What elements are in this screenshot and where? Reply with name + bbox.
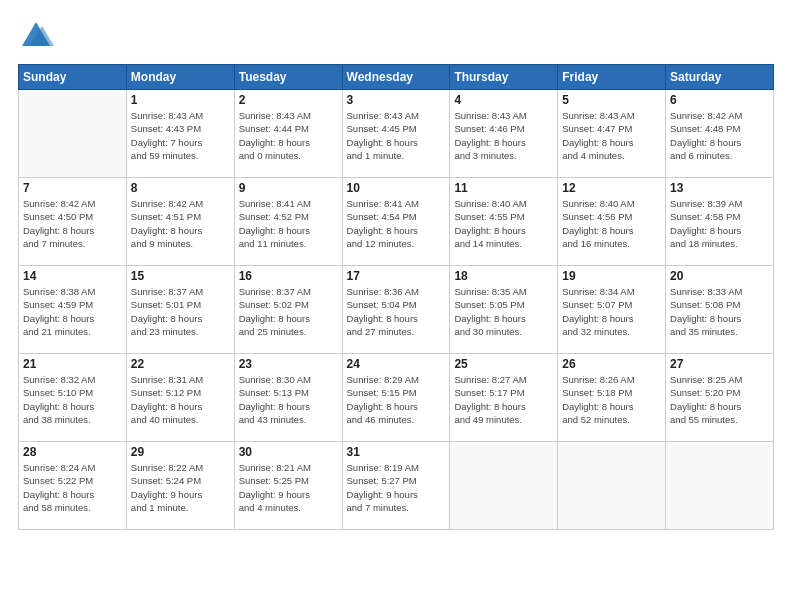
calendar-cell [450, 442, 558, 530]
calendar-cell [666, 442, 774, 530]
day-number: 10 [347, 181, 446, 195]
day-number: 27 [670, 357, 769, 371]
calendar-cell: 20Sunrise: 8:33 AM Sunset: 5:08 PM Dayli… [666, 266, 774, 354]
day-info: Sunrise: 8:36 AM Sunset: 5:04 PM Dayligh… [347, 285, 446, 338]
day-info: Sunrise: 8:41 AM Sunset: 4:52 PM Dayligh… [239, 197, 338, 250]
day-info: Sunrise: 8:27 AM Sunset: 5:17 PM Dayligh… [454, 373, 553, 426]
calendar-table: SundayMondayTuesdayWednesdayThursdayFrid… [18, 64, 774, 530]
calendar-cell: 18Sunrise: 8:35 AM Sunset: 5:05 PM Dayli… [450, 266, 558, 354]
day-info: Sunrise: 8:40 AM Sunset: 4:56 PM Dayligh… [562, 197, 661, 250]
calendar-cell: 29Sunrise: 8:22 AM Sunset: 5:24 PM Dayli… [126, 442, 234, 530]
day-number: 23 [239, 357, 338, 371]
day-info: Sunrise: 8:34 AM Sunset: 5:07 PM Dayligh… [562, 285, 661, 338]
logo-icon [18, 18, 54, 54]
day-info: Sunrise: 8:30 AM Sunset: 5:13 PM Dayligh… [239, 373, 338, 426]
day-number: 20 [670, 269, 769, 283]
header-day-saturday: Saturday [666, 65, 774, 90]
day-number: 22 [131, 357, 230, 371]
day-info: Sunrise: 8:22 AM Sunset: 5:24 PM Dayligh… [131, 461, 230, 514]
day-number: 2 [239, 93, 338, 107]
day-info: Sunrise: 8:29 AM Sunset: 5:15 PM Dayligh… [347, 373, 446, 426]
calendar-cell: 9Sunrise: 8:41 AM Sunset: 4:52 PM Daylig… [234, 178, 342, 266]
day-info: Sunrise: 8:21 AM Sunset: 5:25 PM Dayligh… [239, 461, 338, 514]
calendar-cell: 8Sunrise: 8:42 AM Sunset: 4:51 PM Daylig… [126, 178, 234, 266]
day-info: Sunrise: 8:43 AM Sunset: 4:44 PM Dayligh… [239, 109, 338, 162]
calendar-header: SundayMondayTuesdayWednesdayThursdayFrid… [19, 65, 774, 90]
calendar-cell: 10Sunrise: 8:41 AM Sunset: 4:54 PM Dayli… [342, 178, 450, 266]
header [18, 18, 774, 54]
day-number: 29 [131, 445, 230, 459]
calendar-cell: 26Sunrise: 8:26 AM Sunset: 5:18 PM Dayli… [558, 354, 666, 442]
calendar-cell: 14Sunrise: 8:38 AM Sunset: 4:59 PM Dayli… [19, 266, 127, 354]
calendar-cell: 23Sunrise: 8:30 AM Sunset: 5:13 PM Dayli… [234, 354, 342, 442]
day-info: Sunrise: 8:24 AM Sunset: 5:22 PM Dayligh… [23, 461, 122, 514]
day-info: Sunrise: 8:37 AM Sunset: 5:02 PM Dayligh… [239, 285, 338, 338]
calendar-cell: 7Sunrise: 8:42 AM Sunset: 4:50 PM Daylig… [19, 178, 127, 266]
day-number: 31 [347, 445, 446, 459]
calendar-cell: 13Sunrise: 8:39 AM Sunset: 4:58 PM Dayli… [666, 178, 774, 266]
calendar-cell: 1Sunrise: 8:43 AM Sunset: 4:43 PM Daylig… [126, 90, 234, 178]
day-number: 16 [239, 269, 338, 283]
week-row-2: 14Sunrise: 8:38 AM Sunset: 4:59 PM Dayli… [19, 266, 774, 354]
day-number: 28 [23, 445, 122, 459]
day-number: 11 [454, 181, 553, 195]
day-number: 7 [23, 181, 122, 195]
calendar-cell: 11Sunrise: 8:40 AM Sunset: 4:55 PM Dayli… [450, 178, 558, 266]
day-number: 12 [562, 181, 661, 195]
day-info: Sunrise: 8:25 AM Sunset: 5:20 PM Dayligh… [670, 373, 769, 426]
day-number: 24 [347, 357, 446, 371]
week-row-3: 21Sunrise: 8:32 AM Sunset: 5:10 PM Dayli… [19, 354, 774, 442]
calendar-cell: 12Sunrise: 8:40 AM Sunset: 4:56 PM Dayli… [558, 178, 666, 266]
day-number: 25 [454, 357, 553, 371]
calendar-cell: 4Sunrise: 8:43 AM Sunset: 4:46 PM Daylig… [450, 90, 558, 178]
day-info: Sunrise: 8:43 AM Sunset: 4:43 PM Dayligh… [131, 109, 230, 162]
calendar-cell: 25Sunrise: 8:27 AM Sunset: 5:17 PM Dayli… [450, 354, 558, 442]
day-info: Sunrise: 8:31 AM Sunset: 5:12 PM Dayligh… [131, 373, 230, 426]
calendar-cell [558, 442, 666, 530]
calendar-cell: 17Sunrise: 8:36 AM Sunset: 5:04 PM Dayli… [342, 266, 450, 354]
day-info: Sunrise: 8:43 AM Sunset: 4:47 PM Dayligh… [562, 109, 661, 162]
day-info: Sunrise: 8:26 AM Sunset: 5:18 PM Dayligh… [562, 373, 661, 426]
logo [18, 18, 58, 54]
calendar-cell: 15Sunrise: 8:37 AM Sunset: 5:01 PM Dayli… [126, 266, 234, 354]
day-info: Sunrise: 8:42 AM Sunset: 4:51 PM Dayligh… [131, 197, 230, 250]
calendar-cell: 21Sunrise: 8:32 AM Sunset: 5:10 PM Dayli… [19, 354, 127, 442]
header-day-tuesday: Tuesday [234, 65, 342, 90]
header-row: SundayMondayTuesdayWednesdayThursdayFrid… [19, 65, 774, 90]
day-number: 8 [131, 181, 230, 195]
day-number: 21 [23, 357, 122, 371]
day-number: 18 [454, 269, 553, 283]
calendar-cell: 6Sunrise: 8:42 AM Sunset: 4:48 PM Daylig… [666, 90, 774, 178]
calendar-cell: 16Sunrise: 8:37 AM Sunset: 5:02 PM Dayli… [234, 266, 342, 354]
day-number: 4 [454, 93, 553, 107]
day-number: 9 [239, 181, 338, 195]
day-info: Sunrise: 8:43 AM Sunset: 4:46 PM Dayligh… [454, 109, 553, 162]
day-info: Sunrise: 8:33 AM Sunset: 5:08 PM Dayligh… [670, 285, 769, 338]
day-number: 17 [347, 269, 446, 283]
week-row-4: 28Sunrise: 8:24 AM Sunset: 5:22 PM Dayli… [19, 442, 774, 530]
calendar-cell: 22Sunrise: 8:31 AM Sunset: 5:12 PM Dayli… [126, 354, 234, 442]
calendar-cell: 24Sunrise: 8:29 AM Sunset: 5:15 PM Dayli… [342, 354, 450, 442]
page: SundayMondayTuesdayWednesdayThursdayFrid… [0, 0, 792, 612]
day-info: Sunrise: 8:43 AM Sunset: 4:45 PM Dayligh… [347, 109, 446, 162]
calendar-cell: 31Sunrise: 8:19 AM Sunset: 5:27 PM Dayli… [342, 442, 450, 530]
week-row-0: 1Sunrise: 8:43 AM Sunset: 4:43 PM Daylig… [19, 90, 774, 178]
calendar-cell: 2Sunrise: 8:43 AM Sunset: 4:44 PM Daylig… [234, 90, 342, 178]
day-info: Sunrise: 8:38 AM Sunset: 4:59 PM Dayligh… [23, 285, 122, 338]
day-info: Sunrise: 8:37 AM Sunset: 5:01 PM Dayligh… [131, 285, 230, 338]
header-day-thursday: Thursday [450, 65, 558, 90]
day-number: 1 [131, 93, 230, 107]
day-info: Sunrise: 8:32 AM Sunset: 5:10 PM Dayligh… [23, 373, 122, 426]
day-info: Sunrise: 8:35 AM Sunset: 5:05 PM Dayligh… [454, 285, 553, 338]
day-info: Sunrise: 8:41 AM Sunset: 4:54 PM Dayligh… [347, 197, 446, 250]
day-info: Sunrise: 8:19 AM Sunset: 5:27 PM Dayligh… [347, 461, 446, 514]
calendar-cell: 19Sunrise: 8:34 AM Sunset: 5:07 PM Dayli… [558, 266, 666, 354]
calendar-cell: 5Sunrise: 8:43 AM Sunset: 4:47 PM Daylig… [558, 90, 666, 178]
day-number: 6 [670, 93, 769, 107]
calendar-cell [19, 90, 127, 178]
day-number: 3 [347, 93, 446, 107]
day-number: 5 [562, 93, 661, 107]
day-info: Sunrise: 8:40 AM Sunset: 4:55 PM Dayligh… [454, 197, 553, 250]
calendar-cell: 28Sunrise: 8:24 AM Sunset: 5:22 PM Dayli… [19, 442, 127, 530]
day-number: 13 [670, 181, 769, 195]
